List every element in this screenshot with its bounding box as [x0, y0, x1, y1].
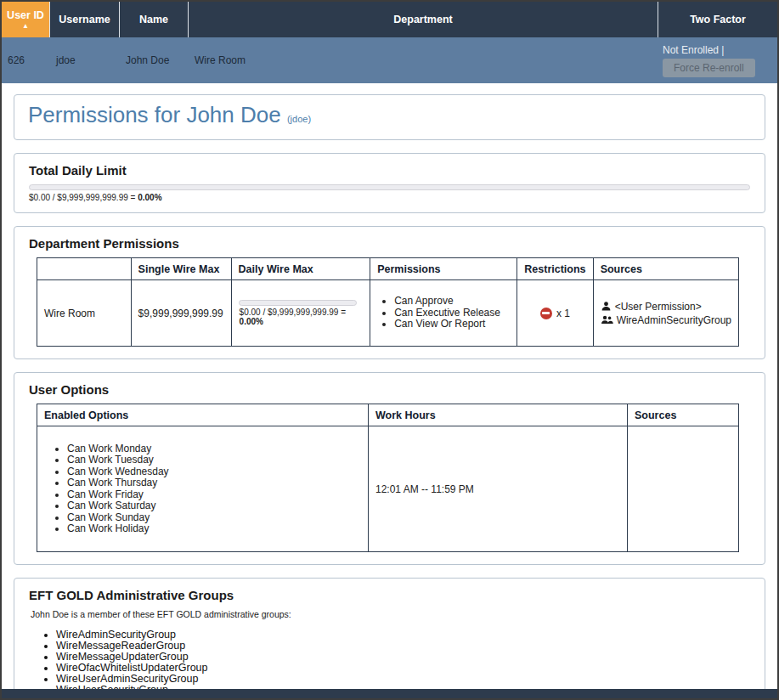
permissions-list: Can Approve Can Executive Release Can Vi… — [377, 296, 510, 330]
enabled-option-item: Can Work Thursday — [67, 477, 361, 489]
enabled-option-item: Can Work Friday — [67, 489, 361, 501]
dp-daily-caption-percent: 0.00% — [240, 317, 263, 326]
dp-col-daily-wire-max: Daily Wire Max — [231, 258, 370, 280]
dp-col-restrictions: Restrictions — [517, 258, 593, 280]
enabled-option-item: Can Work Saturday — [67, 500, 361, 512]
department-cell: Wire Room — [189, 37, 658, 83]
dp-col-sources: Sources — [593, 258, 738, 280]
user-options-header-row: Enabled Options Work Hours Sources — [37, 404, 739, 426]
sort-asc-icon: ▲ — [22, 22, 29, 30]
admin-groups-description: John Doe is a member of these EFT GOLD a… — [31, 609, 751, 619]
column-label-name: Name — [139, 14, 168, 25]
page-title-text: Permissions for John Doe — [28, 102, 281, 127]
dp-single-wire-max-value: $9,999,999,999.99 — [131, 280, 231, 347]
user-options-panel: User Options Enabled Options Work Hours … — [14, 372, 765, 565]
restriction-count: x 1 — [556, 308, 570, 319]
source-line: WireAdminSecurityGroup — [601, 314, 731, 326]
user-row[interactable]: 626 jdoe John Doe Wire Room Not Enrolled… — [2, 37, 777, 83]
dp-restrictions-cell: x 1 — [517, 280, 593, 347]
dp-permissions-cell: Can Approve Can Executive Release Can Vi… — [370, 280, 517, 347]
dp-col-single-wire-max: Single Wire Max — [131, 258, 231, 280]
column-header-user-id[interactable]: User ID ▲ — [2, 2, 50, 37]
enabled-option-item: Can Work Monday — [67, 443, 361, 455]
department-permissions-table: Single Wire Max Daily Wire Max Permissio… — [37, 257, 739, 347]
uo-sources-cell — [628, 426, 739, 552]
column-label-two-factor: Two Factor — [690, 14, 746, 25]
column-header-name[interactable]: Name — [120, 2, 189, 37]
restriction-indicator: x 1 — [524, 308, 585, 319]
user-options-row: Can Work Monday Can Work Tuesday Can Wor… — [37, 426, 739, 552]
user-table-header: User ID ▲ Username Name Department Two F… — [2, 2, 777, 37]
admin-groups-panel: EFT GOLD Administrative Groups John Doe … — [14, 578, 765, 700]
user-options-table: Enabled Options Work Hours Sources Can W… — [37, 404, 739, 552]
source-label: WireAdminSecurityGroup — [617, 314, 731, 326]
department-permissions-heading: Department Permissions — [29, 236, 751, 251]
dp-col-blank — [37, 258, 132, 280]
page-title-username: (jdoe) — [287, 114, 311, 124]
dp-daily-caption: $0.00 / $9,999,999,999.99 = 0.00% — [240, 308, 364, 326]
admin-groups-heading: EFT GOLD Administrative Groups — [29, 588, 751, 602]
bottom-bar — [2, 689, 777, 698]
column-header-two-factor[interactable]: Two Factor — [658, 2, 777, 37]
department-permissions-header-row: Single Wire Max Daily Wire Max Permissio… — [37, 258, 739, 280]
dp-daily-progress-bar — [239, 300, 357, 306]
department-permissions-row: Wire Room $9,999,999,999.99 $0.00 / $9,9… — [37, 280, 739, 347]
page-title: Permissions for John Doe (jdoe) — [28, 101, 751, 133]
uo-col-sources: Sources — [628, 404, 739, 426]
group-icon — [601, 314, 613, 325]
dp-department-name: Wire Room — [37, 280, 132, 347]
user-options-heading: User Options — [29, 382, 751, 397]
column-label-user-id: User ID — [7, 9, 44, 21]
column-header-department[interactable]: Department — [189, 2, 658, 37]
two-factor-cell: Not Enrolled | Force Re-enroll — [658, 37, 777, 83]
source-line: <User Permission> — [601, 301, 731, 313]
page: User ID ▲ Username Name Department Two F… — [0, 0, 779, 700]
uo-col-enabled-options: Enabled Options — [37, 404, 369, 426]
uo-col-work-hours: Work Hours — [369, 404, 628, 426]
permissions-title-panel: Permissions for John Doe (jdoe) — [14, 94, 765, 140]
enabled-options-list: Can Work Monday Can Work Tuesday Can Wor… — [44, 443, 361, 535]
two-factor-status: Not Enrolled | — [663, 44, 725, 56]
username-cell: jdoe — [50, 37, 120, 83]
permission-item: Can Executive Release — [394, 308, 510, 319]
enabled-option-item: Can Work Wednesday — [67, 466, 361, 478]
department-permissions-panel: Department Permissions Single Wire Max D… — [14, 226, 765, 359]
user-id-cell: 626 — [2, 37, 50, 83]
dp-sources-cell: <User Permission> WireAdminSecurityGroup — [593, 280, 738, 347]
force-reenroll-button[interactable]: Force Re-enroll — [663, 59, 755, 77]
uo-work-hours-cell: 12:01 AM -- 11:59 PM — [369, 426, 628, 552]
source-label: <User Permission> — [615, 301, 702, 313]
dp-daily-wire-max-cell: $0.00 / $9,999,999,999.99 = 0.00% — [231, 280, 370, 347]
name-cell: John Doe — [120, 37, 189, 83]
dp-col-permissions: Permissions — [370, 258, 517, 280]
dp-daily-caption-text: $0.00 / $9,999,999,999.99 = — [240, 308, 346, 317]
total-daily-limit-progress-bar — [29, 184, 750, 190]
uo-enabled-options-cell: Can Work Monday Can Work Tuesday Can Wor… — [37, 426, 369, 552]
total-daily-limit-caption: $0.00 / $9,999,999,999.99 = 0.00% — [29, 193, 751, 202]
user-icon — [601, 301, 612, 312]
column-label-username: Username — [59, 14, 110, 25]
enabled-option-item: Can Work Sunday — [67, 512, 361, 524]
main-content: Permissions for John Doe (jdoe) Total Da… — [2, 83, 777, 700]
column-header-username[interactable]: Username — [50, 2, 120, 37]
enabled-option-item: Can Work Tuesday — [67, 454, 361, 466]
permission-item: Can Approve — [394, 296, 510, 308]
enabled-option-item: Can Work Holiday — [67, 523, 361, 535]
column-label-department: Department — [393, 14, 452, 25]
permission-item: Can View Or Report — [394, 319, 510, 330]
total-daily-limit-panel: Total Daily Limit $0.00 / $9,999,999,999… — [14, 153, 765, 213]
total-daily-limit-heading: Total Daily Limit — [29, 163, 751, 178]
total-daily-limit-caption-text: $0.00 / $9,999,999,999.99 = — [29, 193, 138, 202]
total-daily-limit-caption-percent: 0.00% — [138, 193, 161, 202]
no-entry-icon — [540, 308, 552, 319]
